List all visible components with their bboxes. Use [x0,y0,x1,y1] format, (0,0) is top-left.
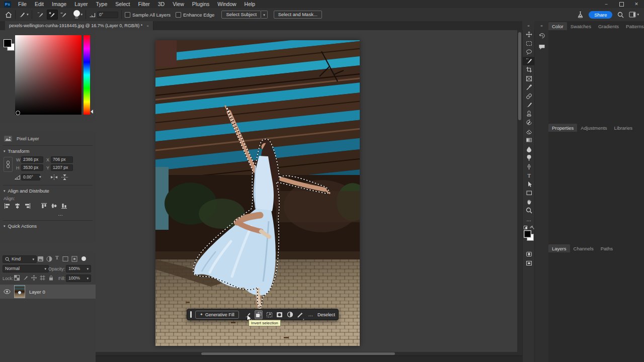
align-middle-vertical-button[interactable] [50,202,58,209]
eraser-tool[interactable] [523,127,535,136]
fill-dropdown[interactable]: 100% ▾ [66,275,91,282]
chevron-down-icon[interactable]: ▾ [81,13,83,16]
horizontal-scrollbar-thumb[interactable] [201,352,395,355]
tab-properties[interactable]: Properties [548,124,577,132]
y-field[interactable]: 1207 px [51,164,73,171]
hue-slider[interactable] [84,35,90,115]
menu-filter[interactable]: Filter [134,1,153,7]
dodge-tool[interactable] [523,153,535,162]
menu-plugins[interactable]: Plugins [188,1,213,7]
clone-stamp-tool[interactable] [523,110,535,119]
history-brush-tool[interactable] [523,118,535,127]
layer-name[interactable]: Layer 0 [29,289,45,295]
height-field[interactable]: 3530 px [21,164,43,171]
blur-tool[interactable] [523,145,535,154]
flip-horizontal-icon[interactable] [50,174,58,180]
beta-features-icon[interactable] [577,11,584,18]
create-adjustment-button[interactable] [287,311,293,319]
align-right-button[interactable] [24,202,31,209]
x-field[interactable]: 706 px [51,156,73,163]
pen-tool[interactable] [523,162,535,171]
taskbar-grip-handle[interactable] [190,311,192,318]
rotation-angle-field[interactable]: 0.00° [21,174,40,180]
new-selection-mode-button[interactable] [36,10,46,19]
flip-vertical-icon[interactable] [61,174,68,180]
spot-healing-brush-tool[interactable] [523,92,535,101]
blend-mode-dropdown[interactable]: Normal ▾ [3,265,49,273]
create-mask-button[interactable] [276,311,283,319]
tool-preset-picker[interactable]: ▾ [19,12,29,18]
workspace-switcher[interactable]: ▾ [629,12,639,18]
color-field-handle[interactable] [16,111,20,115]
more-options-button[interactable]: … [307,311,314,319]
layer-visibility-eye-icon[interactable] [4,289,11,294]
color-field[interactable] [15,35,82,115]
close-button[interactable]: ✕ [629,0,644,8]
deselect-button[interactable]: Deselect [317,312,335,317]
align-top-button[interactable] [40,202,48,209]
quick-mask-mode-button[interactable] [523,250,535,259]
document-tab[interactable]: pexels-wellington-cunha-1918445.jpg @ 16… [5,21,153,30]
vertical-scrollbar[interactable] [517,30,522,352]
refine-selection-button[interactable]: ▾ [297,311,303,319]
home-icon[interactable] [5,12,12,18]
transform-selection-button[interactable] [266,311,273,319]
align-section-header[interactable]: ▾ Align and Distribute [4,188,49,194]
opacity-dropdown[interactable]: 100% ▾ [66,265,91,273]
hand-tool[interactable] [523,198,535,207]
panel-foreground-color-swatch[interactable] [4,39,12,47]
lock-transparency-icon[interactable] [14,275,20,281]
enhance-edge-checkbox[interactable] [176,12,181,18]
crop-tool[interactable] [523,65,535,74]
collapse-panel-strip-icon[interactable]: « [540,24,542,28]
menu-layer[interactable]: Layer [70,1,92,7]
align-more-options[interactable]: … [58,211,63,217]
align-bottom-button[interactable] [60,202,68,209]
filter-toggle-button[interactable] [82,256,86,261]
shape-tool[interactable] [523,189,535,198]
tab-layers[interactable]: Layers [548,244,570,252]
menu-edit[interactable]: Edit [31,1,48,7]
tab-close-icon[interactable]: × [146,24,149,28]
invert-selection-button[interactable] [255,310,262,319]
tab-paths[interactable]: Paths [597,244,616,252]
lock-pixels-icon[interactable] [23,275,28,281]
layer-row[interactable]: Layer 0 [0,285,96,299]
share-button[interactable]: Share [589,11,612,19]
lock-position-icon[interactable] [31,275,37,281]
tab-adjustments[interactable]: Adjustments [577,124,610,132]
menu-type[interactable]: Type [92,1,111,7]
frame-tool[interactable] [523,74,535,83]
brush-size-picker[interactable]: 30 [73,10,80,19]
path-selection-tool[interactable] [523,180,535,189]
gradient-tool[interactable] [523,136,535,145]
eyedropper-tool[interactable] [523,83,535,92]
zoom-tool[interactable] [523,206,535,215]
generative-fill-button[interactable]: ✦ Generative Fill [195,311,239,319]
filter-type-layers-icon[interactable]: T [55,255,59,260]
brush-angle-field[interactable]: 0° [97,12,118,18]
link-dimensions-toggle[interactable] [4,157,13,172]
search-icon[interactable] [617,12,624,18]
edit-toolbar-ellipsis[interactable]: … [523,215,535,224]
tab-color[interactable]: Color [548,22,567,30]
filter-shape-layers-icon[interactable] [62,256,68,262]
select-subject-options-button[interactable]: ▾ [261,11,268,19]
tab-patterns[interactable]: Patterns [622,22,644,30]
menu-help[interactable]: Help [240,1,260,7]
tab-libraries[interactable]: Libraries [611,124,636,132]
select-subject-button[interactable]: Select Subject [221,11,261,19]
transform-section-header[interactable]: ▾ Transform [4,148,29,154]
screen-mode-button[interactable] [523,259,535,268]
quick-actions-section-header[interactable]: ▾ Quick Actions [4,223,37,229]
menu-select[interactable]: Select [111,1,134,7]
width-field[interactable]: 2386 px [21,156,43,163]
sample-all-layers-checkbox[interactable] [125,12,130,18]
align-left-button[interactable] [4,202,11,209]
filter-pixel-layers-icon[interactable] [37,256,44,262]
menu-image[interactable]: Image [48,1,70,7]
menu-3d[interactable]: 3D [154,1,169,7]
tab-channels[interactable]: Channels [570,244,597,252]
vertical-scrollbar-thumb[interactable] [518,32,521,120]
menu-view[interactable]: View [169,1,188,7]
